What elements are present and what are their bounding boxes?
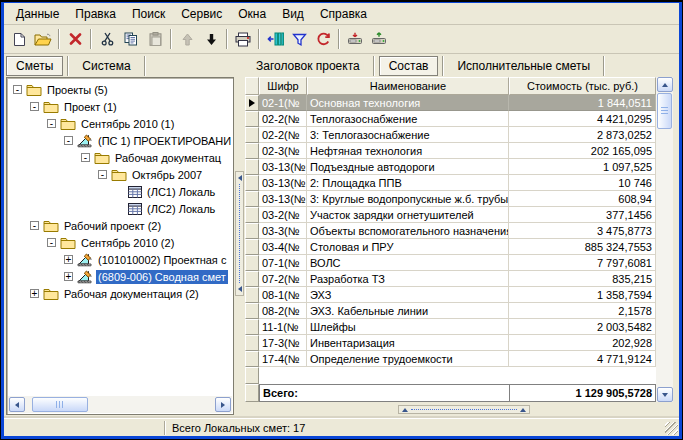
menu-item-3[interactable]: Сервис (173, 4, 230, 24)
filter-button[interactable] (287, 28, 311, 51)
menu-item-4[interactable]: Окна (230, 4, 274, 24)
horizontal-splitter[interactable] (398, 405, 530, 414)
status-text: Всего Локальных смет: 17 (166, 422, 305, 434)
tree-horizontal-scrollbar[interactable] (8, 396, 232, 413)
tree-item[interactable]: -Октябрь 2007 (8, 166, 232, 183)
table-row[interactable]: 02-1(№Основная технология1 844,0511 (245, 95, 673, 111)
tree-item[interactable]: -Рабочая документац (8, 149, 232, 166)
table-row[interactable]: 03-13(№Подъездные автодороги1 097,525 (245, 159, 673, 175)
table-row[interactable]: 03-4(№Столовая и ПРУ885 324,7553 (245, 239, 673, 255)
table-row[interactable]: 02-2(№Теплогазоснабжение4 421,0295 (245, 111, 673, 127)
splitter-dots (239, 184, 240, 283)
scroll-down-button[interactable] (657, 387, 673, 402)
row-indicator-cell (245, 159, 259, 175)
menu-item-6[interactable]: Справка (312, 4, 375, 24)
cell-code: 11-1(№ (259, 319, 307, 335)
toolbar (4, 25, 679, 54)
right-tab-2[interactable]: Исполнительные сметы (448, 57, 599, 75)
column-header-1[interactable]: Наименование (307, 77, 509, 95)
left-tab-0[interactable]: Сметы (6, 56, 63, 76)
move-down-button[interactable] (199, 28, 223, 51)
cut-button[interactable] (95, 28, 119, 51)
table-row[interactable]: 17-4(№Определение трудоемкости4 771,9124 (245, 351, 673, 367)
toolbar-separator (226, 29, 228, 49)
resize-grip[interactable] (665, 422, 678, 435)
expand-toggle[interactable]: - (64, 136, 73, 145)
print-button[interactable] (231, 28, 255, 51)
tree-item[interactable]: -Рабочий проект (2) (8, 217, 232, 234)
menu-item-0[interactable]: Данные (8, 4, 67, 24)
import-device-button[interactable] (367, 28, 391, 51)
table-filler-row (245, 367, 673, 384)
table-row[interactable]: 03-13(№2: Площадка ППВ10 746 (245, 175, 673, 191)
tree-item[interactable]: +(6809-006) Сводная смет (8, 268, 232, 285)
right-tab-1[interactable]: Состав (379, 56, 439, 76)
export-device-button[interactable] (343, 28, 367, 51)
tree-item[interactable]: (ЛС2) Локаль (8, 200, 232, 217)
scrollbar-thumb[interactable] (32, 397, 88, 412)
table-row[interactable]: 02-3(№Нефтяная технология202 165,095 (245, 143, 673, 159)
table-row[interactable]: 08-1(№ЭХЗ1 358,7594 (245, 287, 673, 303)
cell-code: 03-13(№ (259, 191, 307, 207)
new-document-icon (13, 32, 26, 47)
cell-name: Шлейфы (307, 319, 509, 335)
tree-item[interactable]: +Рабочая документация (2) (8, 285, 232, 302)
table-row[interactable]: 17-3(№Инвентаризация202,928 (245, 335, 673, 351)
scroll-right-button[interactable] (215, 397, 231, 412)
expand-toggle[interactable]: - (47, 119, 56, 128)
tree-item[interactable]: -Проекты (5) (8, 81, 232, 98)
table-row[interactable]: 07-2(№Разработка ТЗ835,215 (245, 271, 673, 287)
tree-item[interactable]: -Проект (1) (8, 98, 232, 115)
menu-item-1[interactable]: Правка (67, 4, 124, 24)
expand-toggle[interactable]: - (47, 238, 56, 247)
expand-toggle[interactable]: + (64, 272, 73, 281)
copy-button[interactable] (119, 28, 143, 51)
tree-item[interactable]: +(101010002) Проектная с (8, 251, 232, 268)
fit-columns-button[interactable] (263, 28, 287, 51)
menu-item-5[interactable]: Вид (274, 4, 312, 24)
table-row[interactable]: 03-2(№Участок зарядки огнетушителей377,1… (245, 207, 673, 223)
tab-separator (373, 56, 375, 76)
table-row[interactable]: 03-3(№Объекты вспомогательного назначени… (245, 223, 673, 239)
table-row[interactable]: 11-1(№Шлейфы2 003,5482 (245, 319, 673, 335)
folder-icon (43, 100, 59, 113)
scroll-up-button[interactable] (657, 77, 673, 92)
table-vertical-scrollbar[interactable] (656, 77, 673, 402)
cell-cost: 1 358,7594 (509, 287, 656, 303)
expand-toggle[interactable]: - (30, 102, 39, 111)
expand-toggle[interactable]: - (98, 170, 107, 179)
tree-item-label: (ЛС1) Локаль (145, 185, 217, 199)
tree-item[interactable]: -(ПС 1) ПРОЕКТИРОВАНИ (8, 132, 232, 149)
cell-code: 07-1(№ (259, 255, 307, 271)
expand-toggle[interactable]: + (30, 289, 39, 298)
tree-item[interactable]: (ЛС1) Локаль (8, 183, 232, 200)
tree-item[interactable]: -Сентябрь 2010 (2) (8, 234, 232, 251)
export-device-icon (347, 32, 363, 46)
expand-toggle[interactable]: - (81, 153, 90, 162)
open-folder-button[interactable] (31, 28, 55, 51)
cell-code: 03-4(№ (259, 239, 307, 255)
scrollbar-thumb[interactable] (657, 93, 672, 129)
tree-item-label: (ПС 1) ПРОЕКТИРОВАНИ (96, 134, 232, 148)
column-header-2[interactable]: Стоимость (тыс. руб.) (509, 77, 656, 95)
expand-toggle[interactable]: + (64, 255, 73, 264)
table-row[interactable]: 03-13(№3: Круглые водопропускные ж.б. тр… (245, 191, 673, 207)
tree-item-label: Рабочая документац (113, 151, 223, 165)
cell-code: 03-13(№ (259, 175, 307, 191)
refresh-button[interactable] (311, 28, 335, 51)
right-tab-0[interactable]: Заголовок проекта (247, 57, 369, 75)
left-tab-1[interactable]: Система (73, 57, 139, 75)
expand-toggle[interactable]: - (13, 85, 22, 94)
menu-item-2[interactable]: Поиск (124, 4, 173, 24)
table-row[interactable]: 02-2(№3: Теплогазоснабжение2 873,0252 (245, 127, 673, 143)
scroll-left-button[interactable] (9, 397, 25, 412)
table-row[interactable]: 08-2(№ЭХЗ. Кабельные линии2,1578 (245, 303, 673, 319)
expand-toggle[interactable]: - (30, 221, 39, 230)
vertical-splitter[interactable] (235, 171, 244, 296)
new-document-button[interactable] (7, 28, 31, 51)
column-header-0[interactable]: Шифр (259, 77, 307, 95)
delete-button[interactable] (63, 28, 87, 51)
table-row[interactable]: 07-1(№ВОЛС7 797,6081 (245, 255, 673, 271)
tree-item[interactable]: -Сентябрь 2010 (1) (8, 115, 232, 132)
folder-icon (26, 83, 42, 96)
